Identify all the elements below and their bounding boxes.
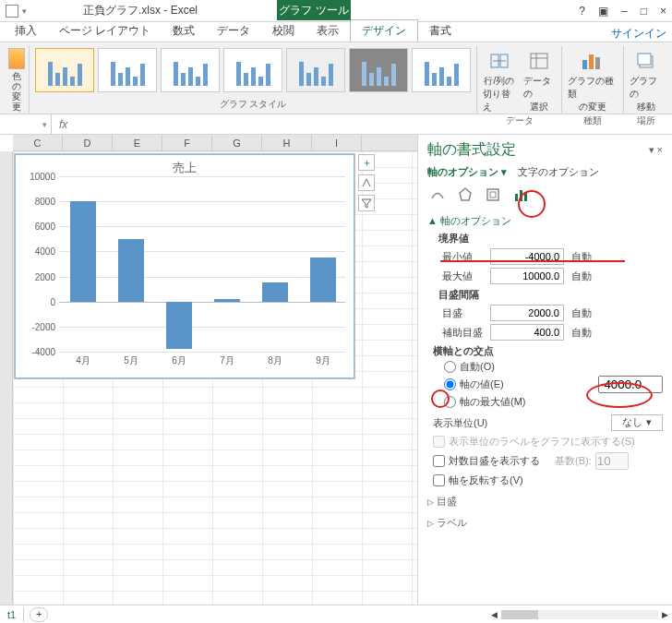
new-sheet-button[interactable]: + [30,607,48,622]
sheet-tab-1[interactable]: t1 [0,607,24,622]
chart-style-7[interactable] [412,48,471,92]
hscroll-left-icon[interactable]: ◀ [491,610,498,619]
ribbon: 色の 変更 グラフ スタイル 行/列の 切り替え データの 選択 [0,42,672,114]
maximize-button[interactable]: □ [641,5,647,18]
x-label: 9月 [310,354,336,367]
svg-rect-5 [582,60,587,69]
cross-value-input[interactable] [598,376,663,393]
bar-9月[interactable] [310,258,336,302]
svg-rect-13 [515,194,518,201]
format-axis-pane: 軸の書式設定 ▾ × 軸のオプション ▾ 文字のオプション ▲ 軸のオプション … [417,135,672,605]
size-properties-icon[interactable] [483,185,503,205]
tab-data[interactable]: データ [206,20,261,42]
fill-line-icon[interactable] [427,185,448,205]
cross-value-radio[interactable] [444,378,456,390]
chart-style-4[interactable] [223,48,282,92]
pane-title: 軸の書式設定 [427,140,516,160]
minimize-button[interactable]: – [621,5,628,18]
min-auto[interactable]: 自動 [571,250,592,264]
row-headers[interactable] [0,151,13,605]
tick-marks-expander[interactable]: 目盛 [427,495,663,509]
axis-options-icon[interactable] [510,185,531,205]
x-label: 6月 [166,354,192,367]
major-unit-input[interactable] [490,305,564,321]
max-auto[interactable]: 自動 [571,270,592,283]
svg-rect-6 [589,54,594,69]
effects-icon[interactable] [455,185,475,205]
svg-rect-11 [487,189,498,200]
contextual-tab-chart-tools: グラフ ツール [277,0,351,20]
chart-quick-tools: ＋ [358,154,375,211]
tab-insert[interactable]: 挿入 [4,20,48,42]
svg-rect-7 [595,57,600,69]
name-box[interactable]: ▾ [0,114,52,134]
bar-8月[interactable] [262,282,288,301]
tab-design[interactable]: デザイン [350,19,418,42]
log-scale-chk[interactable] [433,455,445,467]
chart-elements-button[interactable]: ＋ [358,154,375,171]
reverse-order-chk[interactable] [433,474,445,486]
new-doc-icon[interactable] [6,5,18,18]
hscroll-right-icon[interactable]: ▶ [662,610,668,619]
cross-max-radio[interactable] [444,396,456,408]
select-data-button[interactable]: データの 選択 [523,48,557,114]
chart-title[interactable]: 売上 [15,154,354,176]
tab-formulas[interactable]: 数式 [162,20,206,42]
sign-in-link[interactable]: サインイン [611,26,672,42]
log-base-input [595,452,629,470]
svg-rect-9 [638,54,651,65]
bar-5月[interactable] [118,239,144,302]
pane-close-icon[interactable]: ▾ × [649,144,663,156]
change-chart-type-button[interactable]: グラフの種類 の変更 [568,48,618,114]
chart-style-1[interactable] [35,48,94,92]
chart-styles-label: グラフ スタイル [220,97,287,112]
display-units-select[interactable]: なし ▾ [611,414,663,431]
bar-6月[interactable] [166,302,192,350]
tab-review[interactable]: 校閲 [261,20,306,42]
chart-styles-gallery[interactable] [35,48,471,92]
minor-unit-label: 補助目盛 [427,326,490,340]
embedded-chart[interactable]: 売上 -4000-200002000400060008000100004月5月6… [14,153,355,379]
bar-4月[interactable] [70,201,96,302]
text-options-tab[interactable]: 文字のオプション [518,166,599,177]
units-label: 目盛間隔 [427,288,663,302]
chart-style-5[interactable] [286,48,345,92]
chart-styles-button[interactable] [358,174,375,191]
chart-filters-button[interactable] [358,195,375,211]
plot-area[interactable]: -4000-200002000400060008000100004月5月6月7月… [59,176,345,351]
hscrollbar[interactable] [501,610,658,619]
qat-dropdown-icon[interactable]: ▾ [22,6,27,16]
labels-expander[interactable]: ラベル [427,516,663,530]
chart-style-6[interactable] [349,48,408,92]
ribbon-display-icon[interactable]: ▣ [598,5,608,18]
move-chart-button[interactable]: グラフの 移動 [630,48,663,114]
sheet-tab-bar: t1 + ◀ ▶ [0,605,672,623]
chart-style-3[interactable] [161,48,220,92]
fx-icon[interactable]: fx [52,118,75,131]
close-button[interactable]: × [660,5,666,18]
show-display-units-chk [433,436,445,448]
minor-unit-input[interactable] [490,324,564,341]
window-title: 正負グラフ.xlsx - Excel [83,3,198,18]
change-colors-label-1: 色の [12,71,21,91]
help-icon[interactable]: ? [579,5,585,18]
column-headers[interactable]: C D E F G H I [13,135,417,151]
cross-auto-radio[interactable] [444,361,456,373]
tab-format[interactable]: 書式 [418,20,462,42]
switch-row-col-button[interactable]: 行/列の 切り替え [483,48,516,114]
change-colors-label-2: 変更 [12,91,21,112]
worksheet-grid[interactable]: C D E F G H I 売上 -4000-20000200040006000… [0,135,417,605]
type-group-label: 種類 [583,114,602,128]
tab-page-layout[interactable]: ページ レイアウト [48,20,162,42]
min-input[interactable] [490,248,564,265]
tab-view[interactable]: 表示 [306,20,350,42]
axis-options-section[interactable]: ▲ 軸のオプション [427,214,663,228]
change-colors-button[interactable] [8,48,25,69]
x-label: 7月 [214,354,240,367]
chart-style-2[interactable] [98,48,157,92]
bar-7月[interactable] [214,299,240,302]
x-label: 8月 [262,354,288,367]
max-input[interactable] [490,268,564,284]
axis-options-tab[interactable]: 軸のオプション ▾ [427,166,507,177]
display-units-label: 表示単位(U) [427,416,487,430]
